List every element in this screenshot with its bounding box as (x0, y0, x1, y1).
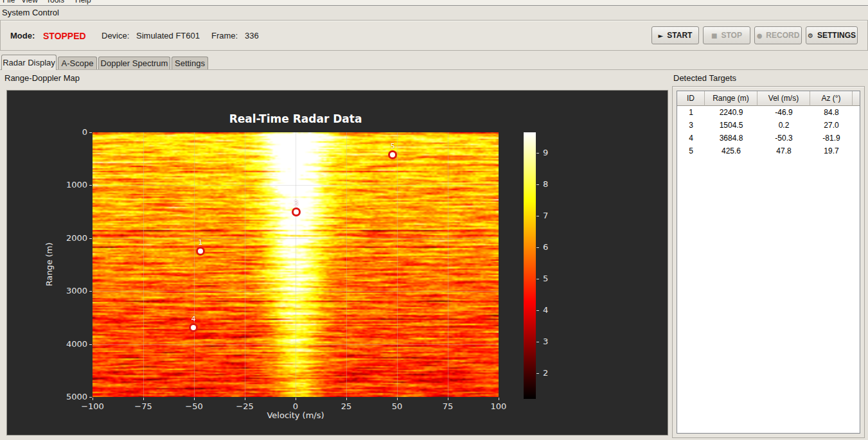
table-row[interactable]: 1 2240.9 -46.9 84.8 (677, 106, 860, 119)
stop-button-label: STOP (721, 31, 741, 40)
detected-targets-title: Detected Targets (673, 73, 736, 83)
colorbar-tick: 5 (543, 274, 562, 283)
x-tick: 50 (382, 401, 412, 411)
menu-bar: File View Tools Help (0, 0, 868, 6)
range-doppler-map-title: Range-Doppler Map (4, 73, 80, 83)
x-tick: −50 (179, 401, 209, 411)
record-icon: ● (757, 32, 763, 39)
start-button-label: START (667, 31, 692, 40)
x-axis-label: Velocity (m/s) (244, 410, 347, 420)
gear-icon: ⚙ (808, 32, 813, 39)
y-tick: 3000 (48, 286, 87, 295)
tab-a-scope[interactable]: A-Scope (58, 57, 97, 69)
cell-id[interactable]: 4 (677, 132, 705, 145)
settings-button[interactable]: ⚙ SETTINGS (806, 26, 858, 44)
tick-mark (536, 373, 539, 374)
tick-mark (143, 398, 144, 400)
tab-settings[interactable]: Settings (172, 57, 208, 69)
column-header-id[interactable]: ID (677, 91, 705, 106)
tick-mark (245, 398, 245, 400)
y-axis-label: Range (m) (44, 213, 54, 316)
mode-value: STOPPED (43, 31, 86, 41)
tab-doppler-spectrum[interactable]: Doppler Spectrum (98, 57, 170, 69)
cell-range[interactable]: 2240.9 (705, 106, 757, 119)
record-button: ● RECORD (754, 26, 802, 44)
device-label: Device: (102, 31, 129, 40)
cell-range[interactable]: 3684.8 (705, 132, 757, 145)
record-button-label: RECORD (766, 31, 799, 40)
frame-value: 336 (245, 31, 259, 40)
colorbar-tick: 3 (543, 337, 562, 346)
tick-mark (536, 247, 539, 248)
y-tick: 0 (48, 127, 87, 137)
tick-mark (536, 342, 539, 342)
column-header-range[interactable]: Range (m) (705, 91, 757, 106)
column-header-filler (853, 91, 860, 106)
cell-range[interactable]: 425.6 (705, 145, 757, 157)
x-tick: −75 (128, 401, 159, 411)
table-header-row: ID Range (m) Vel (m/s) Az (°) (677, 91, 860, 106)
x-tick: −100 (77, 401, 108, 411)
cell-az[interactable]: -81.9 (810, 132, 853, 145)
table-row[interactable]: 3 1504.5 0.2 27.0 (677, 119, 860, 132)
cell-vel[interactable]: -46.9 (757, 106, 810, 119)
tick-mark (536, 184, 539, 185)
y-tick: 5000 (48, 392, 87, 401)
target-marker (388, 150, 397, 159)
tab-radar-display[interactable]: Radar Display (1, 55, 57, 70)
table-row[interactable]: 4 3684.8 -50.3 -81.9 (677, 132, 860, 145)
range-doppler-map-panel: Real-Time Radar Data Range (m) Velocity … (6, 90, 668, 436)
column-header-az[interactable]: Az (°) (810, 91, 853, 106)
tick-mark (89, 238, 92, 239)
tick-mark (346, 398, 347, 400)
cell-id[interactable]: 1 (677, 106, 705, 119)
cell-range[interactable]: 1504.5 (705, 119, 757, 132)
tick-mark (89, 344, 92, 345)
cell-id[interactable]: 3 (677, 119, 705, 132)
tick-mark (93, 398, 93, 400)
column-header-vel[interactable]: Vel (m/s) (757, 91, 810, 106)
menu-item-help[interactable]: Help (75, 0, 91, 4)
tick-mark (536, 279, 539, 279)
menu-item-tools[interactable]: Tools (46, 0, 64, 4)
device-value: Simulated FT601 (136, 31, 200, 40)
target-marker (196, 247, 205, 256)
colorbar (524, 132, 536, 399)
tick-mark (89, 291, 92, 292)
start-button[interactable]: ► START (651, 26, 699, 44)
frame-label: Frame: (211, 31, 238, 40)
colorbar-tick: 6 (543, 242, 562, 252)
y-tick: 4000 (48, 339, 87, 349)
table-row[interactable]: 5 425.6 47.8 19.7 (677, 145, 860, 157)
play-icon: ► (659, 32, 664, 39)
detected-targets-group: ID Range (m) Vel (m/s) Az (°) 1 2240.9 -… (672, 86, 865, 438)
tick-mark (397, 398, 398, 400)
detected-targets-table[interactable]: ID Range (m) Vel (m/s) Az (°) 1 2240.9 -… (677, 91, 860, 434)
target-marker-label: 5 (391, 142, 395, 150)
tick-mark (89, 397, 92, 398)
cell-vel[interactable]: 47.8 (757, 145, 810, 157)
cell-vel[interactable]: -50.3 (757, 132, 810, 145)
cell-az[interactable]: 84.8 (810, 106, 853, 119)
system-control-title: System Control (2, 8, 59, 17)
target-marker-label: 1 (198, 238, 202, 247)
y-tick: 2000 (48, 233, 87, 243)
plot-title: Real-Time Radar Data (193, 112, 398, 125)
x-tick: −25 (229, 401, 260, 411)
cell-az[interactable]: 19.7 (810, 145, 853, 157)
tick-mark (536, 310, 539, 311)
x-tick: 75 (432, 401, 463, 411)
y-tick: 1000 (48, 180, 87, 189)
x-tick: 100 (483, 401, 514, 411)
x-tick: 0 (280, 401, 311, 411)
mode-label: Mode: (10, 31, 35, 40)
target-marker-label: 3 (294, 199, 298, 207)
cell-az[interactable]: 27.0 (810, 119, 853, 132)
colorbar-tick: 2 (543, 368, 562, 378)
settings-button-label: SETTINGS (817, 31, 856, 40)
menu-item-view[interactable]: View (21, 0, 38, 4)
cell-vel[interactable]: 0.2 (757, 119, 810, 132)
cell-id[interactable]: 5 (677, 145, 705, 157)
tick-mark (499, 398, 499, 400)
menu-item-file[interactable]: File (3, 0, 15, 4)
